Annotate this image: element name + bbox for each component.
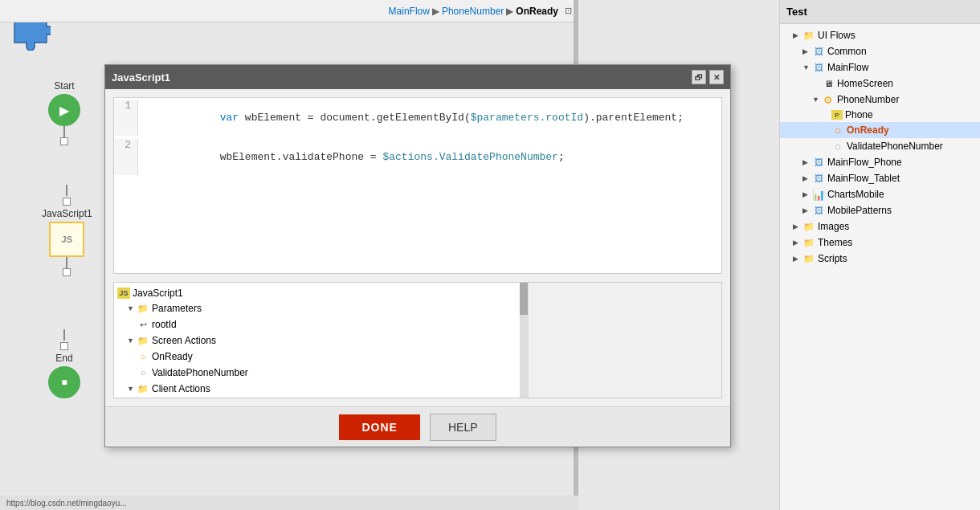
bt-params-label: Parameters: [152, 303, 202, 314]
mainflow-tablet-icon: 🖼: [812, 172, 825, 185]
param-icon: ↩: [137, 318, 149, 331]
code-line-2: 2 wbElement.validatePhone = $actions.Val…: [114, 137, 721, 177]
bc-sep2: ▶: [506, 6, 513, 17]
modal-titlebar: JavaScript1 🗗 ✕: [105, 65, 730, 89]
chartsmobile-icon: 📊: [812, 188, 825, 201]
phonenumber-icon: ⚙: [822, 93, 835, 106]
tree-item-phonenumber[interactable]: ▼ ⚙ PhoneNumber: [780, 92, 980, 108]
tree-item-mainflow-phone[interactable]: ▶ 🖼 MainFlow_Phone: [780, 154, 980, 170]
js-node[interactable]: JavaScript1 JS: [42, 185, 92, 276]
tree-item-chartsmobile[interactable]: ▶ 📊 ChartsMobile: [780, 186, 980, 202]
mainflow-phone-icon: 🖼: [812, 156, 825, 169]
common-icon: 🖼: [812, 45, 825, 58]
end-node[interactable]: End ■: [48, 329, 80, 398]
onready-circle-icon: ○: [137, 350, 149, 363]
right-panel-header: Test: [780, 0, 980, 24]
client-actions-arrow: ▼: [127, 385, 135, 393]
canvas-area: MainFlow ▶ PhoneNumber ▶ OnReady ⊡ Start…: [0, 0, 779, 510]
js-label: JavaScript1: [42, 208, 92, 219]
bt-js-label: JavaScript1: [133, 288, 183, 299]
tree-item-themes[interactable]: ▶ 📁 Themes: [780, 235, 980, 251]
mainflow-tablet-label: MainFlow_Tablet: [827, 173, 900, 184]
bc-mainflow[interactable]: MainFlow: [389, 6, 430, 17]
end-circle[interactable]: ■: [48, 366, 80, 398]
right-panel: Test ▶ 📁 UI Flows ▶ 🖼 Common ▼ 🖼 MainFlo…: [779, 0, 980, 510]
tree-item-mainflow[interactable]: ▼ 🖼 MainFlow: [780, 59, 980, 75]
help-button[interactable]: HELP: [430, 414, 496, 441]
line-code-1: var wbElement = document.getElementById(…: [138, 100, 684, 136]
mobilepatterns-arrow: ▶: [802, 206, 811, 214]
modal-minimize-btn[interactable]: 🗗: [692, 70, 706, 84]
modal-bottom-right: [529, 283, 721, 398]
tree-item-validatephone[interactable]: ▶ ○ ValidatePhoneNumber: [780, 138, 980, 154]
tree-item-mainflow-tablet[interactable]: ▶ 🖼 MainFlow_Tablet: [780, 170, 980, 186]
connector-4: [63, 329, 65, 341]
bc-phonenumber[interactable]: PhoneNumber: [442, 6, 504, 17]
tree-item-uiflows[interactable]: ▶ 📁 UI Flows: [780, 27, 980, 43]
scripts-label: Scripts: [818, 253, 847, 264]
tree-container: ▶ 📁 UI Flows ▶ 🖼 Common ▼ 🖼 MainFlow ▶ 🖥…: [780, 24, 980, 510]
phonenumber-arrow: ▼: [812, 96, 820, 104]
code-editor[interactable]: 1 var wbElement = document.getElementByI…: [113, 97, 722, 274]
tree-item-homescreen[interactable]: ▶ 🖥 HomeScreen: [780, 75, 980, 92]
themes-folder-icon: 📁: [802, 236, 815, 249]
bt-params-folder[interactable]: ▼ 📁 Parameters: [114, 300, 528, 316]
homescreen-label: HomeScreen: [837, 78, 893, 89]
validatephone-label: ValidatePhoneNumber: [847, 141, 943, 152]
start-circle[interactable]: ▶: [48, 94, 80, 126]
connector-1: [63, 126, 65, 137]
bt-rootid[interactable]: ↩ rootId: [114, 316, 528, 333]
folder-icon: 📁: [137, 302, 149, 315]
modal-close-btn[interactable]: ✕: [709, 70, 724, 84]
bt-screen-actions[interactable]: ▼ 📁 Screen Actions: [114, 333, 528, 349]
breadcrumb-expand-btn[interactable]: ⊡: [565, 6, 572, 16]
bt-validate[interactable]: ○ ValidatePhoneNumber: [114, 365, 528, 381]
mainflow-arrow: ▼: [802, 63, 811, 71]
js-tree-icon: JS: [117, 288, 130, 299]
phone-icon: P: [831, 110, 843, 120]
common-arrow: ▶: [802, 47, 811, 55]
chartsmobile-label: ChartsMobile: [827, 189, 884, 200]
validatephone-icon: ○: [831, 140, 844, 153]
bt-client-actions[interactable]: ▼ 📁 Client Actions: [114, 381, 528, 397]
mainflow-tablet-arrow: ▶: [802, 174, 811, 182]
url-bar: https://blog.csdn.net/mingdaoyu...: [0, 496, 578, 510]
uiflows-folder-icon: 📁: [802, 29, 815, 42]
tree-item-onready[interactable]: ▶ ○ OnReady: [780, 122, 980, 138]
tree-item-phone[interactable]: ▶ P Phone: [780, 108, 980, 122]
themes-arrow: ▶: [793, 239, 801, 247]
tree-item-mobilepatterns[interactable]: ▶ 🖼 MobilePatterns: [780, 202, 980, 218]
tree-item-images[interactable]: ▶ 📁 Images: [780, 218, 980, 235]
images-folder-icon: 📁: [802, 220, 815, 233]
modal-controls: 🗗 ✕: [692, 70, 724, 84]
chartsmobile-arrow: ▶: [802, 190, 811, 198]
start-node[interactable]: Start ▶: [48, 80, 80, 145]
mobilepatterns-label: MobilePatterns: [827, 205, 892, 216]
end-label: End: [55, 353, 72, 364]
bt-screen-actions-label: Screen Actions: [152, 335, 216, 346]
stop-icon: ■: [61, 377, 67, 388]
port-2: [63, 198, 71, 206]
tree-scrollbar[interactable]: [520, 283, 528, 398]
bc-sep1: ▶: [432, 6, 439, 17]
params-arrow: ▼: [127, 304, 135, 312]
themes-label: Themes: [818, 237, 852, 248]
bc-onready: OnReady: [516, 6, 558, 17]
line-num-2: 2: [114, 139, 138, 175]
modal-title: JavaScript1: [112, 71, 170, 84]
bt-rootid-label: rootId: [152, 319, 177, 330]
images-arrow: ▶: [793, 222, 801, 231]
tree-item-scripts[interactable]: ▶ 📁 Scripts: [780, 251, 980, 267]
tree-item-common[interactable]: ▶ 🖼 Common: [780, 43, 980, 59]
breadcrumb: MainFlow ▶ PhoneNumber ▶ OnReady ⊡: [0, 0, 578, 22]
screen-folder-icon: 📁: [137, 334, 149, 347]
scrollbar-thumb[interactable]: [520, 283, 528, 315]
done-button[interactable]: DONE: [339, 414, 419, 440]
url-text: https://blog.csdn.net/mingdaoyu...: [6, 499, 127, 508]
uiflows-arrow: ▶: [793, 31, 801, 39]
bt-onready[interactable]: ○ OnReady: [114, 349, 528, 365]
phone-label: Phone: [845, 109, 873, 120]
js-icon: JS: [62, 235, 72, 244]
bt-js-root[interactable]: JS JavaScript1: [114, 286, 528, 300]
js-box[interactable]: JS: [49, 222, 84, 257]
